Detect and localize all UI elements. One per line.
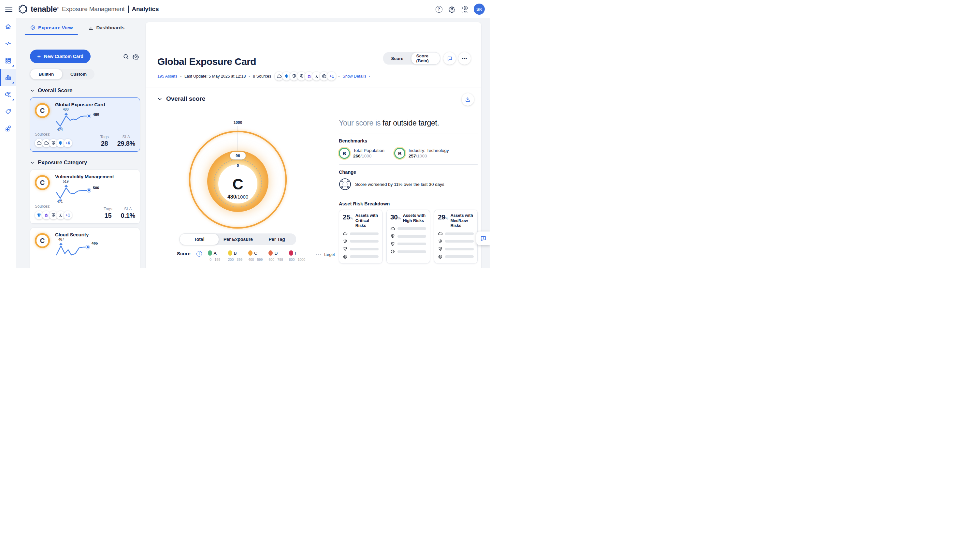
view-tabs-bar: Exposure View Dashboards (30, 25, 124, 35)
legend-grade-c: C 400 - 599 (248, 250, 262, 262)
globe-icon (438, 254, 443, 259)
score-beta-option[interactable]: Score (Beta) (411, 52, 440, 65)
more-sources-chip[interactable]: +1 (327, 72, 336, 81)
score-headline: Your score is far outside target. (339, 119, 477, 128)
card-vulnerability-management[interactable]: C Vulnerability Management 519 471 506 (30, 169, 140, 224)
tab-dashboards[interactable]: Dashboards (88, 25, 124, 35)
sources-count: 8 Sources (253, 74, 271, 78)
rail-activity-icon[interactable] (0, 35, 16, 52)
chevron-down-icon (30, 88, 35, 93)
shield-bolt-icon (438, 246, 443, 251)
rail-cards-icon[interactable] (0, 52, 16, 69)
main-panel: Global Exposure Card 195 Assets • Last U… (146, 22, 481, 268)
card-filter-segmented: Built-In Custom (30, 69, 94, 80)
tab-per-tag[interactable]: Per Tag (258, 233, 296, 245)
app-grid-icon[interactable] (460, 3, 471, 15)
tab-exposure-view-label: Exposure View (38, 25, 73, 30)
rail-analytics-icon[interactable] (0, 69, 16, 86)
brand-name: tenable® (30, 5, 59, 14)
gauge-denominator: /1000 (236, 194, 248, 199)
filter-built-in[interactable]: Built-In (30, 69, 62, 80)
registered-mark: ® (57, 6, 59, 10)
tags-count: 15 (103, 212, 112, 219)
rail-tags-icon[interactable] (0, 103, 16, 120)
assets-link[interactable]: 195 Assets (158, 74, 177, 78)
rail-widgets-icon[interactable] (0, 120, 16, 137)
grade-badge: B (394, 148, 405, 159)
breakdown-row (343, 246, 379, 251)
legend-grade-a: A 0 - 199 (208, 250, 222, 262)
rail-hierarchy-icon[interactable] (0, 86, 16, 103)
search-icon[interactable] (121, 51, 130, 61)
help-icon[interactable]: ? (433, 3, 444, 15)
legend-grade-b: B 200 - 399 (228, 250, 242, 262)
new-custom-card-label: New Custom Card (44, 54, 83, 59)
tab-dashboards-label: Dashboards (96, 25, 124, 30)
card-title: Vulnerability Management (55, 174, 135, 179)
person-shield-icon (438, 239, 443, 244)
info-icon[interactable]: i (196, 251, 202, 257)
tab-per-exposure[interactable]: Per Exposure (219, 233, 258, 245)
gauge-view-tabs: Total Per Exposure Per Tag (180, 233, 296, 245)
globe-icon (390, 249, 395, 254)
legend-target: Target (316, 252, 335, 257)
overall-score-gauge: 1000 96 0 C 480/1000 (184, 119, 291, 230)
plus-icon: + (37, 53, 41, 60)
grade-badge: B (339, 148, 350, 159)
show-details-link[interactable]: Show Details (342, 74, 366, 78)
feedback-chat-icon (480, 235, 487, 242)
more-sources-chip[interactable]: +6 (64, 139, 72, 147)
new-custom-card-button[interactable]: + New Custom Card (30, 49, 91, 63)
breakdown-row (438, 231, 474, 236)
divider (146, 87, 481, 88)
gauge-grade: C (232, 176, 243, 193)
filter-custom[interactable]: Custom (62, 69, 94, 80)
insights-column: Your score is far outside target. Benchm… (339, 119, 477, 263)
breakdown-row (343, 254, 379, 259)
breakdown-title: Asset Risk Breakdown (339, 201, 477, 206)
change-title: Change (339, 169, 477, 175)
card-title: Global Exposure Card (55, 102, 135, 107)
more-options-button[interactable]: ••• (458, 52, 471, 65)
overall-score-header[interactable]: Overall score (158, 95, 205, 102)
comment-button[interactable] (444, 52, 456, 65)
dashed-line-icon (316, 254, 321, 255)
benchmarks-title: Benchmarks (339, 138, 477, 144)
chevron-right-icon[interactable]: › (369, 74, 370, 78)
tab-total[interactable]: Total (180, 233, 219, 245)
topbar: tenable® Exposure Management Analytics ?… (0, 0, 490, 18)
last-update: Last Update: 5 May 2025 at 12:18 (185, 74, 246, 78)
legend-grade-d: D 600 - 799 (269, 250, 283, 262)
breakdown-row (390, 226, 426, 231)
gauge-min-label: 0 (237, 163, 239, 168)
cloud-icon (343, 231, 348, 236)
breakdown-critical-card: 25% Assets with Critical Risks (339, 210, 382, 263)
card-global-exposure[interactable]: C Global Exposure Card 480 474 480 (30, 97, 140, 152)
settings-gear-icon[interactable] (446, 3, 457, 15)
score-sparkline: 519 471 506 (55, 180, 110, 203)
download-button[interactable] (461, 93, 474, 105)
expand-arrows-icon (339, 178, 351, 190)
content-area: Exposure View Dashboards + New Custom Ca… (16, 18, 490, 268)
chevron-down-icon (158, 97, 162, 101)
card-cloud-security[interactable]: C Cloud Security 467 465 (30, 228, 140, 268)
more-sources-chip[interactable]: +1 (64, 211, 72, 219)
breakdown-row (438, 239, 474, 244)
section-overall-score[interactable]: Overall Score (30, 88, 140, 94)
score-mode-toggle: Score Score (Beta) (383, 52, 440, 65)
card-title: Cloud Security (55, 232, 135, 237)
gauge-score: 480 (228, 194, 236, 199)
gauge-target-value: 96 (235, 153, 240, 158)
user-avatar[interactable]: SK (474, 3, 485, 15)
change-row: Score worsened by 11% over the last 30 d… (339, 178, 477, 190)
score-option[interactable]: Score (383, 52, 412, 65)
globe-icon (343, 254, 348, 259)
chevron-down-icon (30, 160, 35, 165)
tab-exposure-view[interactable]: Exposure View (30, 25, 73, 35)
hamburger-menu-icon[interactable] (5, 7, 13, 12)
rail-home-icon[interactable] (0, 18, 16, 35)
card-list-panel: + New Custom Card Built-In Custom Overal… (24, 46, 140, 268)
feedback-button[interactable] (476, 231, 490, 245)
section-exposure-category[interactable]: Exposure Category (30, 160, 140, 166)
card-settings-gear-icon[interactable] (130, 51, 140, 61)
